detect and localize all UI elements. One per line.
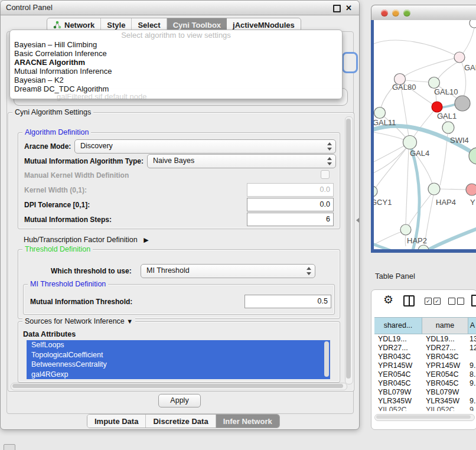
collapsed-arrow-icon: ▶ [144, 236, 148, 243]
close-icon[interactable]: ✕ [345, 4, 352, 12]
dropdown-option[interactable]: Bayesian – Hill Climbing [10, 40, 342, 49]
node-label: Y [470, 198, 475, 207]
gear-icon[interactable]: ⚙ [383, 293, 393, 306]
settings-vertical-scrollbar-thumb[interactable] [346, 119, 351, 379]
apply-button[interactable]: Apply [158, 394, 201, 407]
table-horizontal-scrollbar[interactable] [374, 414, 475, 421]
node-label: GCY1 [374, 198, 392, 207]
collapsed-panel-icon[interactable] [4, 444, 15, 450]
settings-vertical-scrollbar[interactable] [345, 116, 353, 384]
mi-threshold-field[interactable]: 0.5 [244, 295, 331, 308]
page-icon[interactable] [471, 295, 476, 306]
mi-threshold-definition-group: MI Threshold Definition Mutual Informati… [23, 284, 335, 315]
dpi-tolerance-field[interactable]: 0.0 [247, 198, 334, 211]
node-label: GAL10 [434, 87, 458, 96]
mi-steps-field[interactable]: 6 [247, 213, 334, 226]
column-header-name[interactable]: name [422, 317, 468, 334]
list-scrollbar-thumb[interactable] [324, 341, 329, 377]
node-gal1[interactable] [432, 102, 442, 112]
network-icon [53, 21, 61, 29]
table-panel-title: Table Panel [375, 272, 415, 281]
aracne-mode-combo[interactable]: Discovery [74, 139, 336, 154]
tab-infer-network[interactable]: Infer Network [216, 415, 279, 428]
table-horizontal-scrollbar-thumb[interactable] [376, 415, 471, 419]
node-gal4[interactable] [403, 136, 417, 149]
mi-threshold-definition-title: MI Threshold Definition [28, 280, 108, 288]
algorithm-definition-title: Algorithm Definition [22, 128, 91, 136]
cyni-bottom-tabs: Impute Data Discretize Data Infer Networ… [87, 414, 280, 428]
network-nodes [374, 20, 476, 249]
node-gcy1[interactable] [374, 186, 377, 197]
data-attributes-label: Data Attributes [23, 330, 76, 338]
settings-horizontal-scrollbar[interactable] [11, 383, 347, 390]
dropdown-option[interactable]: Mutual Information Inference [10, 67, 342, 76]
stepper-arrows-icon [327, 142, 332, 151]
checked-checkbox-icon[interactable]: ✓ [433, 298, 441, 305]
node-label: GAL4 [410, 149, 429, 158]
node-swi4[interactable] [442, 122, 454, 133]
manual-kernel-width-label: Manual Kernel Width Definition [24, 171, 129, 180]
settings-horizontal-scrollbar-thumb[interactable] [12, 384, 343, 388]
network-view-window: GAL GAL80 GAL10 GAL1 GAL11 SWI4 GAL4 GCY… [371, 5, 476, 253]
zoom-traffic-light[interactable] [403, 9, 410, 17]
node-label: GAL80 [392, 83, 416, 92]
node-hap4[interactable] [428, 183, 440, 195]
node-gal11[interactable] [374, 107, 386, 119]
window-title: Control Panel [6, 3, 53, 12]
tab-impute-data[interactable]: Impute Data [87, 415, 146, 428]
control-panel-titlebar: Control Panel ✕ [1, 1, 359, 15]
mi-algorithm-type-label: Mutual Information Algorithm Type: [24, 157, 144, 165]
list-item[interactable]: gal4RGexp [27, 370, 330, 380]
mi-algorithm-type-combo[interactable]: Naive Bayes [147, 154, 336, 168]
checked-checkbox-icon[interactable]: ✓ [425, 298, 432, 305]
tab-discretize-data[interactable]: Discretize Data [146, 415, 216, 428]
dropdown-option-selected[interactable]: ARACNE Algorithm [10, 58, 342, 67]
splitter-handle[interactable] [356, 218, 359, 223]
kernel-width-field[interactable]: 0.0 [247, 183, 334, 197]
node-hap2[interactable] [400, 224, 411, 235]
column-header-shared[interactable]: shared... [374, 317, 422, 334]
algorithm-definition-group: Algorithm Definition Aracne Mode: Discov… [18, 132, 340, 229]
dropdown-option[interactable]: Bayesian – K2 [10, 76, 342, 84]
which-threshold-combo[interactable]: MI Threshold [141, 264, 315, 278]
node-salmon[interactable] [466, 184, 476, 195]
minimize-traffic-light[interactable] [392, 9, 399, 17]
cyni-algorithm-settings-group: Cyni Algorithm Settings Algorithm Defini… [8, 112, 354, 392]
dropdown-option[interactable]: Dream8 DC_TDC Algorithm [10, 84, 342, 93]
threshold-definition-title: Threshold Definition [22, 245, 93, 253]
which-threshold-label: Which threshold to use: [51, 267, 132, 275]
data-attributes-list: SelfLoops TopologicalCoefficient Between… [27, 340, 330, 379]
node-label: HAP4 [436, 198, 456, 207]
network-canvas[interactable]: GAL GAL80 GAL10 GAL1 GAL11 SWI4 GAL4 GCY… [374, 20, 476, 249]
node-gal[interactable] [454, 52, 465, 63]
sources-group-title[interactable]: Sources for Network Inference ▼ [22, 317, 135, 325]
node-bottom[interactable] [418, 245, 429, 249]
list-item[interactable]: BetweennessCentrality [27, 360, 330, 370]
screen: Control Panel ✕ Network Style Select Cyn… [0, 0, 476, 450]
settings-group-title: Cyni Algorithm Settings [12, 108, 93, 116]
network-window-titlebar [371, 5, 476, 21]
column-view-icon[interactable] [403, 295, 415, 306]
node-gal10[interactable] [429, 77, 440, 89]
expanded-arrow-icon: ▼ [126, 318, 133, 325]
aracne-mode-label: Aracne Mode: [24, 142, 71, 151]
unchecked-checkbox-icon[interactable] [448, 298, 455, 305]
dpi-tolerance-label: DPI Tolerance [0,1]: [24, 201, 90, 209]
column-header-clipped[interactable]: A [468, 317, 476, 334]
list-item[interactable]: TopologicalCoefficient [27, 350, 330, 360]
table-panel: ⚙ ✓ ✓ shared... name A YDL19... YDL19...… [371, 289, 476, 430]
algorithm-dropdown-popup: Select algorithm to view settings Bayesi… [9, 30, 343, 99]
network-frame: GAL GAL80 GAL10 GAL1 GAL11 SWI4 GAL4 GCY… [371, 20, 476, 253]
close-traffic-light[interactable] [381, 9, 388, 17]
node-label: GAL [464, 63, 476, 72]
list-item[interactable]: SelfLoops [27, 340, 330, 350]
hub-definition-toggle[interactable]: Hub/Transcription Factor Definition ▶ [24, 234, 149, 244]
focused-combo-fragment[interactable] [342, 52, 358, 73]
stepper-arrows-icon [307, 267, 312, 275]
dropdown-option[interactable]: Basic Correlation Inference [10, 49, 342, 58]
restore-icon[interactable] [333, 5, 341, 12]
manual-kernel-width-checkbox[interactable] [321, 170, 330, 179]
node-gray[interactable] [455, 96, 470, 111]
node[interactable] [470, 20, 476, 28]
unchecked-checkbox-icon[interactable] [457, 298, 464, 305]
